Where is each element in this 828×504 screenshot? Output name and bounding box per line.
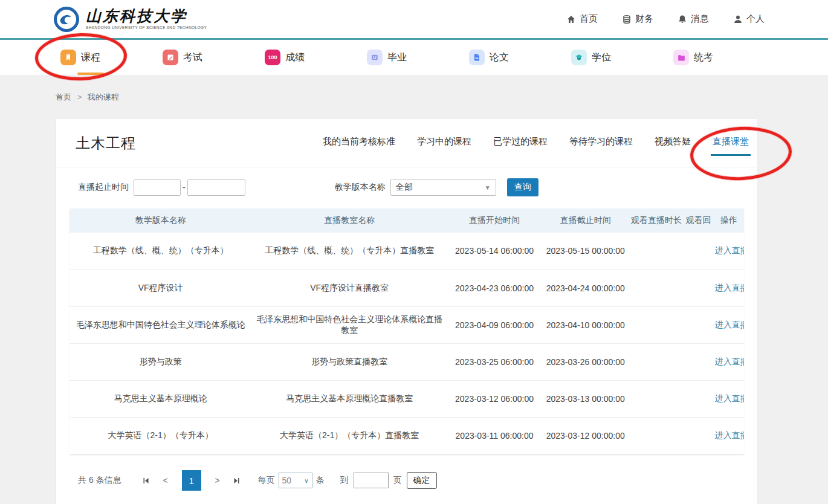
cell-duration bbox=[629, 380, 683, 417]
enter-live-link[interactable]: 进入直播 bbox=[715, 393, 744, 403]
utility-nav-home-label: 首页 bbox=[580, 13, 598, 25]
first-page-button[interactable] bbox=[138, 473, 154, 488]
cell-end: 2023-04-24 00:00:00 bbox=[542, 270, 629, 306]
nav-item-grades-label: 成绩 bbox=[285, 51, 305, 64]
nav-item-courses[interactable]: 课程 bbox=[60, 40, 100, 75]
first-page-icon bbox=[142, 477, 150, 485]
thesis-icon bbox=[469, 50, 485, 65]
utility-nav-messages-label: 消息 bbox=[691, 13, 709, 25]
teaching-version-selected-value: 全部 bbox=[396, 182, 413, 193]
cell-duration bbox=[629, 233, 683, 270]
score-badge: 100 bbox=[268, 54, 277, 60]
cell-start: 2023-05-14 06:00:00 bbox=[447, 233, 542, 270]
nav-item-unified-exam-label: 统考 bbox=[694, 51, 713, 64]
table-row: 毛泽东思想和中国特色社会主义理论体系概论 毛泽东思想和中国特色社会主义理论体系概… bbox=[70, 306, 744, 343]
enter-live-link[interactable]: 进入直播 bbox=[715, 357, 744, 366]
total-count-text: 共 6 条信息 bbox=[78, 475, 121, 486]
live-time-from-input[interactable] bbox=[134, 179, 181, 196]
cell-start: 2023-03-25 06:00:00 bbox=[447, 343, 542, 380]
university-emblem-icon bbox=[53, 6, 80, 33]
person-icon bbox=[733, 15, 743, 24]
unified-exam-icon bbox=[673, 50, 689, 65]
cell-replay bbox=[684, 343, 714, 380]
cell-end: 2023-04-10 00:00:00 bbox=[542, 306, 629, 343]
chevron-down-icon: ∨ bbox=[304, 477, 308, 484]
breadcrumb-home[interactable]: 首页 bbox=[56, 92, 71, 102]
course-icon bbox=[60, 50, 76, 65]
enter-live-link[interactable]: 进入直播 bbox=[715, 283, 744, 292]
live-time-to-input[interactable] bbox=[187, 179, 245, 196]
nav-item-exams[interactable]: 考试 bbox=[163, 40, 202, 75]
cell-room: 形势与政策直播教室 bbox=[251, 343, 447, 380]
course-tabs: 我的当前考核标准 学习中的课程 已学过的课程 等待学习的课程 视频答疑 直播课堂 bbox=[323, 130, 749, 156]
utility-nav-messages[interactable]: 消息 bbox=[678, 13, 709, 25]
col-header-start: 直播开始时间 bbox=[447, 208, 542, 233]
cell-replay bbox=[684, 270, 714, 306]
enter-live-link[interactable]: 进入直播 bbox=[715, 245, 744, 255]
cell-version: 工程数学（线、概、统）（专升本） bbox=[70, 233, 251, 270]
tab-learning-courses[interactable]: 学习中的课程 bbox=[417, 130, 471, 156]
utility-nav-finance[interactable]: 财务 bbox=[622, 13, 653, 25]
confirm-button[interactable]: 确定 bbox=[407, 472, 437, 489]
prev-page-button[interactable]: < bbox=[158, 476, 173, 485]
cell-replay bbox=[684, 417, 714, 454]
tab-assessment-standard[interactable]: 我的当前考核标准 bbox=[323, 130, 395, 156]
current-page-button[interactable]: 1 bbox=[182, 470, 201, 491]
cell-version: VF程序设计 bbox=[70, 270, 251, 306]
cell-start: 2023-04-23 06:00:00 bbox=[447, 270, 542, 306]
utility-nav-profile[interactable]: 个人 bbox=[733, 13, 765, 25]
pagination: 共 6 条信息 < 1 > 每页 50 ∨ 条 到 页 确定 bbox=[78, 470, 757, 491]
tab-finished-courses[interactable]: 已学过的课程 bbox=[493, 130, 548, 156]
cell-room: 大学英语（2-1）（专升本）直播教室 bbox=[251, 417, 447, 454]
per-page-select[interactable]: 50 ∨ bbox=[279, 473, 312, 488]
tab-waiting-courses[interactable]: 等待学习的课程 bbox=[569, 130, 633, 156]
goto-page-control: 到 页 确定 bbox=[340, 472, 437, 489]
nav-item-degree-label: 学位 bbox=[592, 51, 611, 64]
tab-live-classroom[interactable]: 直播课堂 bbox=[713, 130, 749, 156]
nav-item-unified-exam[interactable]: 统考 bbox=[673, 40, 713, 75]
next-page-button[interactable]: > bbox=[210, 476, 225, 485]
cell-end: 2023-05-15 00:00:00 bbox=[542, 233, 629, 270]
col-header-replay: 观看回 bbox=[684, 208, 714, 233]
live-classroom-table: 教学版本名称 直播教室名称 直播开始时间 直播截止时间 观看直播时长 观看回 操… bbox=[70, 208, 744, 454]
nav-item-grades[interactable]: 100 成绩 bbox=[265, 40, 305, 75]
per-page-value: 50 bbox=[282, 476, 292, 485]
table-row: 马克思主义基本原理概论 马克思主义基本原理概论直播教室 2023-03-12 0… bbox=[70, 380, 744, 417]
utility-nav-home[interactable]: 首页 bbox=[566, 13, 598, 25]
cell-end: 2023-03-26 00:00:00 bbox=[542, 343, 629, 380]
cell-room: VF程序设计直播教室 bbox=[251, 270, 447, 306]
main-nav: 课程 考试 100 成绩 毕业 论文 学位 统考 bbox=[0, 40, 828, 75]
time-range-separator: - bbox=[183, 183, 186, 192]
cell-version: 形势与政策 bbox=[70, 343, 251, 380]
goto-label: 到 bbox=[340, 475, 349, 486]
cell-replay bbox=[684, 380, 714, 417]
goto-unit: 页 bbox=[393, 475, 402, 486]
breadcrumb-current: 我的课程 bbox=[88, 92, 119, 102]
content-panel: 土木工程 我的当前考核标准 学习中的课程 已学过的课程 等待学习的课程 视频答疑… bbox=[56, 119, 757, 504]
cell-version: 大学英语（2-1）（专升本） bbox=[70, 417, 251, 454]
cell-replay bbox=[684, 306, 714, 343]
search-button[interactable]: 查询 bbox=[507, 178, 539, 196]
tab-video-qa[interactable]: 视频答疑 bbox=[655, 130, 691, 156]
cell-duration bbox=[629, 306, 683, 343]
last-page-icon bbox=[233, 477, 241, 485]
live-time-range-label: 直播起止时间 bbox=[78, 182, 129, 193]
nav-item-thesis[interactable]: 论文 bbox=[469, 40, 509, 75]
table-row: 形势与政策 形势与政策直播教室 2023-03-25 06:00:00 2023… bbox=[70, 343, 744, 380]
teaching-version-select[interactable]: 全部 ▼ bbox=[390, 179, 496, 196]
nav-item-degree[interactable]: 学位 bbox=[571, 40, 611, 75]
enter-live-link[interactable]: 进入直播 bbox=[715, 320, 744, 329]
utility-nav-finance-label: 财务 bbox=[635, 13, 653, 25]
last-page-button[interactable] bbox=[229, 473, 245, 488]
cell-duration bbox=[629, 417, 683, 454]
cell-end: 2023-03-12 00:00:00 bbox=[542, 417, 629, 454]
top-header: 山东科技大学 SHANDONG UNIVERSITY OF SCIENCE AN… bbox=[0, 0, 828, 40]
enter-live-link[interactable]: 进入直播 bbox=[715, 430, 744, 440]
nav-item-graduation[interactable]: 毕业 bbox=[367, 40, 407, 75]
cell-start: 2023-03-11 06:00:00 bbox=[447, 417, 542, 454]
nav-item-graduation-label: 毕业 bbox=[387, 51, 407, 64]
nav-item-courses-label: 课程 bbox=[81, 51, 100, 64]
col-header-action: 操作 bbox=[714, 208, 744, 233]
goto-page-input[interactable] bbox=[354, 473, 389, 488]
degree-icon bbox=[571, 50, 587, 65]
